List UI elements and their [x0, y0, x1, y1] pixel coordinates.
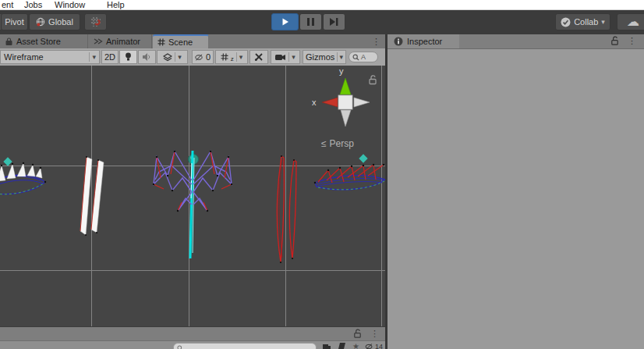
eye-slash-icon — [195, 54, 203, 61]
menu-help[interactable]: Help — [107, 0, 125, 9]
hidden-count: 0 — [206, 52, 211, 62]
tab-label: Scene — [168, 37, 193, 47]
scene-view[interactable]: y x ≤ Persp — [0, 66, 385, 326]
clear-icon[interactable] — [338, 343, 346, 349]
inspector-body — [387, 48, 644, 349]
play-button[interactable] — [271, 13, 299, 30]
collab-label: Collab — [574, 17, 598, 27]
shading-mode-dropdown[interactable]: Wireframe ▾ — [0, 50, 100, 64]
divider — [89, 52, 90, 62]
gizmos-label: Gizmos — [306, 52, 334, 62]
divider — [236, 52, 237, 62]
console-icon[interactable] — [322, 343, 331, 349]
scene-panel-tabbar: Asset Store Animator Scene ⋮ — [0, 34, 385, 48]
menu-jobs[interactable]: Jobs — [24, 0, 42, 9]
pivot-label: Pivot — [5, 17, 23, 27]
tab-label: Asset Store — [16, 37, 61, 46]
tab-asset-store[interactable]: Asset Store — [0, 34, 88, 48]
unlock-icon[interactable] — [352, 328, 363, 339]
inspector-header: Inspector ⋮ — [387, 34, 644, 48]
hidden-objects-count[interactable]: 14 — [365, 343, 383, 349]
wireframe-bird-right[interactable] — [314, 154, 385, 190]
axis-down-cone[interactable] — [341, 110, 351, 126]
scene-view-toolbar: Wireframe ▾ 2D ▾ — [0, 48, 385, 66]
axis-y-label: y — [339, 66, 344, 76]
axis-x-cone[interactable] — [322, 98, 338, 107]
axis-y-cone[interactable] — [340, 78, 351, 94]
menu-component[interactable]: ent — [2, 0, 13, 9]
info-icon — [394, 37, 403, 46]
panel-menu-icon[interactable]: ⋮ — [372, 36, 380, 47]
chevron-down-icon: ▾ — [178, 53, 182, 61]
globe-icon — [36, 17, 45, 27]
unlock-icon[interactable] — [610, 35, 620, 46]
panel-menu-icon[interactable]: ⋮ — [628, 35, 636, 46]
pause-button[interactable] — [299, 13, 322, 30]
step-button[interactable] — [323, 13, 345, 30]
axis-x-label: x — [312, 98, 317, 107]
grid-snap-button[interactable] — [84, 13, 107, 30]
wireframe-bird-center[interactable] — [153, 151, 232, 258]
cloud-services-button[interactable]: ☁ — [617, 13, 644, 30]
cloud-icon: ☁ — [627, 16, 639, 28]
gizmos-dropdown[interactable]: Gizmos ▾ — [303, 50, 346, 64]
scene-canvas[interactable] — [0, 66, 385, 326]
component-tools-button[interactable] — [249, 50, 268, 64]
scene-search-input[interactable]: A — [349, 52, 378, 62]
scene-effects-dropdown[interactable]: ▾ — [157, 50, 188, 64]
lock-icon[interactable] — [367, 74, 378, 85]
bottom-search-input[interactable] — [173, 343, 317, 349]
grid-visibility-dropdown[interactable]: z ▾ — [215, 50, 248, 64]
search-icon — [177, 345, 183, 349]
lightbulb-icon — [125, 52, 132, 62]
inspector-panel: Inspector ⋮ — [387, 34, 644, 349]
scene-audio-button[interactable] — [138, 50, 156, 64]
speaker-icon — [143, 53, 151, 61]
star-glyph: ★ — [352, 343, 359, 349]
tools-icon — [254, 52, 264, 62]
scene-lighting-button[interactable] — [119, 50, 137, 64]
bottom-panel-header: ⋮ — [0, 326, 385, 340]
grid-axis-label: z — [231, 55, 234, 62]
inspector-title: Inspector — [407, 37, 442, 46]
shopping-bag-icon — [5, 37, 13, 46]
menu-bar: ent Jobs Window Help — [0, 0, 644, 10]
menu-window[interactable]: Window — [55, 0, 85, 9]
main-toolbar: Pivot Global — [0, 10, 644, 34]
axis-right-cone[interactable] — [354, 98, 370, 107]
search-filter-label: A — [361, 53, 366, 61]
chevron-down-icon: ▾ — [601, 18, 605, 26]
chevron-down-icon: ▾ — [239, 53, 243, 61]
camera-icon — [275, 54, 286, 61]
panel-menu-icon[interactable]: ⋮ — [370, 328, 379, 339]
pause-icon — [307, 18, 314, 26]
2d-label: 2D — [104, 52, 115, 62]
unity-editor-window: ent Jobs Window Help Pivot Global — [0, 0, 644, 349]
projection-toggle[interactable]: ≤ Persp — [321, 138, 354, 149]
tab-inspector[interactable]: Inspector — [387, 34, 459, 48]
wireframe-bird-red[interactable] — [278, 155, 296, 263]
gizmo-center-cube[interactable] — [338, 95, 352, 109]
chevron-down-icon: ▾ — [92, 53, 96, 61]
wireframe-bird-left[interactable] — [0, 157, 46, 194]
tab-animator[interactable]: Animator — [89, 34, 152, 48]
selection-diamond-gizmo — [359, 154, 367, 162]
global-toggle-button[interactable]: Global — [29, 13, 80, 30]
tab-label: Animator — [106, 37, 140, 46]
chevron-down-icon: ▾ — [339, 53, 343, 61]
collab-dropdown-button[interactable]: Collab ▾ — [555, 13, 610, 30]
projection-chevron-icon: ≤ — [321, 138, 327, 149]
camera-settings-dropdown[interactable]: ▾ — [271, 50, 300, 64]
collab-check-icon — [561, 17, 571, 27]
play-icon — [281, 18, 289, 26]
scene-orientation-gizmo[interactable] — [322, 78, 370, 126]
toggle-2d-button[interactable]: 2D — [101, 50, 119, 64]
tab-scene[interactable]: Scene — [153, 34, 209, 48]
grid-icon — [221, 53, 228, 61]
favorites-star-icon[interactable]: ★ — [352, 343, 359, 349]
divider — [288, 52, 289, 62]
pivot-toggle-button[interactable]: Pivot — [1, 13, 28, 30]
hidden-objects-button[interactable]: 0 — [192, 50, 214, 64]
scene-grid-icon — [157, 38, 165, 46]
eye-slash-icon — [365, 344, 373, 349]
